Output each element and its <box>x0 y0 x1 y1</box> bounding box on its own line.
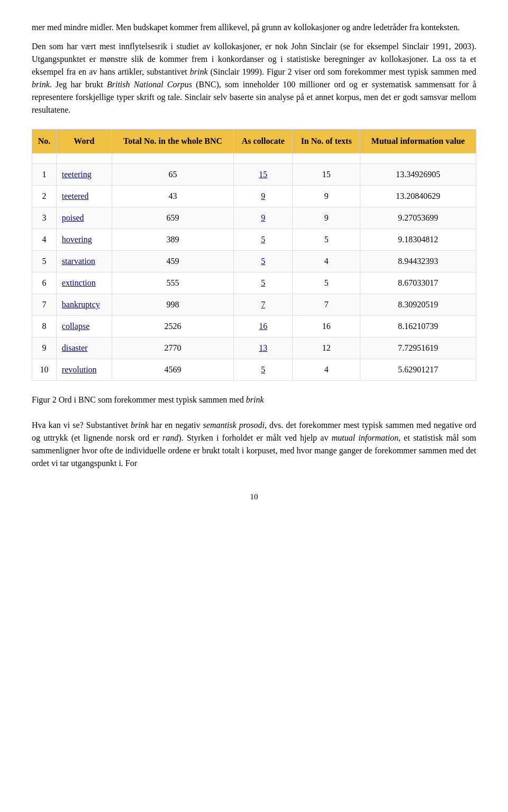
post-table-paragraphs: Hva kan vi se? Substantivet brink har en… <box>32 419 476 470</box>
table-row: 6extinction555558.67033017 <box>32 272 476 294</box>
figure-caption: Figur 2 Ord i BNC som forekommer mest ty… <box>32 394 476 406</box>
cell-texts: 5 <box>293 272 360 294</box>
table-row: 2teetered439913.20840629 <box>32 186 476 207</box>
empty-row <box>32 153 476 164</box>
col-header-total: Total No. in the whole BNC <box>112 130 233 153</box>
cell-no: 9 <box>32 337 57 359</box>
table-row: 10revolution4569545.62901217 <box>32 359 476 381</box>
cell-texts: 9 <box>293 207 360 229</box>
cell-no: 3 <box>32 207 57 229</box>
cell-collocate[interactable]: 16 <box>234 316 293 337</box>
cell-word[interactable]: bankruptcy <box>56 294 112 316</box>
paragraph-1: mer med mindre midler. Men budskapet kom… <box>32 21 476 34</box>
cell-no: 2 <box>32 186 57 207</box>
cell-mi: 7.72951619 <box>360 337 476 359</box>
cell-word[interactable]: teetering <box>56 164 112 186</box>
cell-collocate[interactable]: 9 <box>234 186 293 207</box>
cell-collocate[interactable]: 5 <box>234 272 293 294</box>
cell-total: 389 <box>112 229 233 251</box>
cell-texts: 7 <box>293 294 360 316</box>
cell-total: 43 <box>112 186 233 207</box>
cell-texts: 4 <box>293 251 360 272</box>
cell-mi: 8.67033017 <box>360 272 476 294</box>
cell-word[interactable]: collapse <box>56 316 112 337</box>
col-header-collocate: As collocate <box>234 130 293 153</box>
cell-word[interactable]: poised <box>56 207 112 229</box>
paragraph-2: Den som har vært mest innflytelsesrik i … <box>32 40 476 116</box>
cell-no: 8 <box>32 316 57 337</box>
cell-mi: 13.34926905 <box>360 164 476 186</box>
cell-collocate[interactable]: 5 <box>234 359 293 381</box>
cell-mi: 9.18304812 <box>360 229 476 251</box>
cell-total: 659 <box>112 207 233 229</box>
cell-texts: 5 <box>293 229 360 251</box>
opening-paragraphs: mer med mindre midler. Men budskapet kom… <box>32 21 476 116</box>
cell-total: 555 <box>112 272 233 294</box>
post-paragraph-1: Hva kan vi se? Substantivet brink har en… <box>32 419 476 470</box>
table-row: 1teetering65151513.34926905 <box>32 164 476 186</box>
cell-mi: 8.94432393 <box>360 251 476 272</box>
cell-mi: 8.16210739 <box>360 316 476 337</box>
cell-texts: 4 <box>293 359 360 381</box>
table-row: 8collapse252616168.16210739 <box>32 316 476 337</box>
cell-word[interactable]: starvation <box>56 251 112 272</box>
cell-collocate[interactable]: 5 <box>234 251 293 272</box>
cell-word[interactable]: teetered <box>56 186 112 207</box>
cell-no: 5 <box>32 251 57 272</box>
cell-collocate[interactable]: 5 <box>234 229 293 251</box>
cell-no: 6 <box>32 272 57 294</box>
cell-total: 459 <box>112 251 233 272</box>
cell-total: 998 <box>112 294 233 316</box>
page-number: 10 <box>32 491 476 503</box>
cell-collocate[interactable]: 7 <box>234 294 293 316</box>
table-row: 9disaster277013127.72951619 <box>32 337 476 359</box>
table-row: 7bankruptcy998778.30920519 <box>32 294 476 316</box>
cell-total: 2526 <box>112 316 233 337</box>
col-header-mi: Mutual information value <box>360 130 476 153</box>
cell-collocate[interactable]: 13 <box>234 337 293 359</box>
cell-texts: 16 <box>293 316 360 337</box>
cell-total: 4569 <box>112 359 233 381</box>
cell-mi: 8.30920519 <box>360 294 476 316</box>
cell-no: 1 <box>32 164 57 186</box>
cell-word[interactable]: disaster <box>56 337 112 359</box>
cell-no: 4 <box>32 229 57 251</box>
col-header-no: No. <box>32 130 57 153</box>
table-row: 3poised659999.27053699 <box>32 207 476 229</box>
cell-no: 7 <box>32 294 57 316</box>
cell-word[interactable]: revolution <box>56 359 112 381</box>
cell-mi: 5.62901217 <box>360 359 476 381</box>
cell-collocate[interactable]: 15 <box>234 164 293 186</box>
cell-total: 65 <box>112 164 233 186</box>
cell-word[interactable]: extinction <box>56 272 112 294</box>
col-header-texts: In No. of texts <box>293 130 360 153</box>
cell-total: 2770 <box>112 337 233 359</box>
table-row: 4hovering389559.18304812 <box>32 229 476 251</box>
cell-mi: 13.20840629 <box>360 186 476 207</box>
cell-word[interactable]: hovering <box>56 229 112 251</box>
collocation-table: No. Word Total No. in the whole BNC As c… <box>32 129 476 381</box>
cell-texts: 9 <box>293 186 360 207</box>
cell-texts: 12 <box>293 337 360 359</box>
table-row: 5starvation459548.94432393 <box>32 251 476 272</box>
cell-texts: 15 <box>293 164 360 186</box>
cell-mi: 9.27053699 <box>360 207 476 229</box>
cell-collocate[interactable]: 9 <box>234 207 293 229</box>
col-header-word: Word <box>56 130 112 153</box>
cell-no: 10 <box>32 359 57 381</box>
